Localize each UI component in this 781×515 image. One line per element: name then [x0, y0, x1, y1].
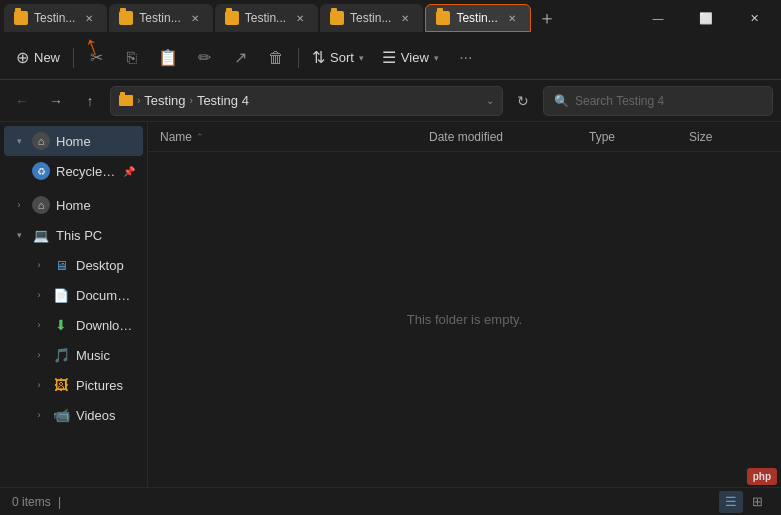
sidebar-item-videos[interactable]: › 📹 Videos: [4, 400, 143, 430]
new-tab-button[interactable]: ＋: [533, 4, 561, 32]
view-button[interactable]: ☰ View ▾: [374, 43, 447, 72]
tab-2[interactable]: Testin... ✕: [109, 4, 212, 32]
new-button[interactable]: ⊕ New: [8, 43, 68, 72]
tab-label-2: Testin...: [139, 11, 180, 25]
tab-close-2[interactable]: ✕: [187, 10, 203, 26]
share-button[interactable]: ↗: [223, 42, 257, 74]
col-name-label: Name: [160, 130, 192, 144]
view-icon: ☰: [382, 48, 396, 67]
sidebar-desktop-label: Desktop: [76, 258, 135, 273]
sidebar-item-music[interactable]: › 🎵 Music: [4, 340, 143, 370]
col-date-label: Date modified: [429, 130, 503, 144]
folder-icon-tab3: [225, 11, 239, 25]
search-icon: 🔍: [554, 94, 569, 108]
view-toggle-buttons: ☰ ⊞: [719, 491, 769, 513]
status-items-text: 0 items |: [12, 495, 711, 509]
close-button[interactable]: ✕: [731, 4, 777, 32]
path-chevron-2: ›: [190, 95, 193, 106]
items-count: 0 items: [12, 495, 51, 509]
main-area: ▾ ⌂ Home ♻ Recycle Bin 📌 › ⌂ Home ▾ 💻 Th…: [0, 122, 781, 487]
view-chevron-icon: ▾: [434, 53, 439, 63]
music-chevron-icon: ›: [32, 348, 46, 362]
more-icon: ···: [459, 49, 472, 67]
title-bar: Testin... ✕ Testin... ✕ Testin... ✕ Test…: [0, 0, 781, 36]
tab-close-1[interactable]: ✕: [81, 10, 97, 26]
downloads-icon: ⬇: [52, 316, 70, 334]
php-watermark: php: [747, 468, 777, 485]
address-bar: ← → ↑ › Testing › Testing 4 ⌄ ↻ 🔍 Search…: [0, 80, 781, 122]
home-icon: ⌂: [32, 132, 50, 150]
sidebar-documents-label: Documents: [76, 288, 135, 303]
sort-chevron-icon: ▾: [359, 53, 364, 63]
sidebar-downloads-label: Downloads: [76, 318, 135, 333]
folder-icon-tab1: [14, 11, 28, 25]
this-pc-icon: 💻: [32, 226, 50, 244]
documents-chevron-icon: ›: [32, 288, 46, 302]
details-view-button[interactable]: ☰: [719, 491, 743, 513]
grid-view-button[interactable]: ⊞: [745, 491, 769, 513]
tab-close-5[interactable]: ✕: [504, 10, 520, 26]
maximize-button[interactable]: ⬜: [683, 4, 729, 32]
downloads-chevron-icon: ›: [32, 318, 46, 332]
path-dropdown-icon[interactable]: ⌄: [486, 95, 494, 106]
cut-button[interactable]: ✂: [79, 42, 113, 74]
refresh-button[interactable]: ↻: [509, 87, 537, 115]
rename-button[interactable]: ✏: [187, 42, 221, 74]
path-segment-testing: Testing: [144, 93, 185, 108]
paste-button[interactable]: 📋: [151, 42, 185, 74]
folder-icon-tab2: [119, 11, 133, 25]
sort-button[interactable]: ⇅ Sort ▾: [304, 43, 372, 72]
tab-4[interactable]: Testin... ✕: [320, 4, 423, 32]
col-header-type[interactable]: Type: [589, 130, 689, 144]
home2-icon: ⌂: [32, 196, 50, 214]
tab-1[interactable]: Testin... ✕: [4, 4, 107, 32]
sidebar-pictures-label: Pictures: [76, 378, 135, 393]
status-bar: 0 items | ☰ ⊞: [0, 487, 781, 515]
sidebar-item-downloads[interactable]: › ⬇ Downloads: [4, 310, 143, 340]
col-header-name[interactable]: Name ⌃: [160, 130, 429, 144]
more-options-button[interactable]: ···: [449, 42, 483, 74]
toolbar-separator-2: [298, 48, 299, 68]
delete-button[interactable]: 🗑: [259, 42, 293, 74]
sidebar-item-documents[interactable]: › 📄 Documents: [4, 280, 143, 310]
window-controls: — ⬜ ✕: [635, 4, 777, 32]
sidebar-item-recycle-bin[interactable]: ♻ Recycle Bin 📌: [4, 156, 143, 186]
sort-label: Sort: [330, 50, 354, 65]
tab-5[interactable]: Testin... ✕: [425, 4, 530, 32]
sidebar-item-this-pc[interactable]: ▾ 💻 This PC: [4, 220, 143, 250]
tab-label-5: Testin...: [456, 11, 497, 25]
tab-label-4: Testin...: [350, 11, 391, 25]
tab-3[interactable]: Testin... ✕: [215, 4, 318, 32]
up-button[interactable]: ↑: [76, 87, 104, 115]
sidebar-item-pictures[interactable]: › 🖼 Pictures: [4, 370, 143, 400]
sidebar-home-label: Home: [56, 134, 135, 149]
new-icon: ⊕: [16, 48, 29, 67]
sidebar-this-pc-label: This PC: [56, 228, 135, 243]
sidebar-item-home-expanded[interactable]: ▾ ⌂ Home: [4, 126, 143, 156]
sort-arrow-icon: ⌃: [196, 132, 204, 142]
desktop-icon: 🖥: [52, 256, 70, 274]
minimize-button[interactable]: —: [635, 4, 681, 32]
path-chevron-1: ›: [137, 95, 140, 106]
sidebar-item-desktop[interactable]: › 🖥 Desktop: [4, 250, 143, 280]
tab-close-4[interactable]: ✕: [397, 10, 413, 26]
sidebar-section-home: ▾ ⌂ Home ♻ Recycle Bin 📌: [0, 126, 147, 186]
toolbar: ⊕ New ✂ ⎘ 📋 ✏ ↗ 🗑 ⇅ Sort ▾ ☰ View ▾ ···: [0, 36, 781, 80]
home-chevron-icon: ▾: [12, 134, 26, 148]
col-header-size[interactable]: Size: [689, 130, 769, 144]
sidebar-music-label: Music: [76, 348, 135, 363]
back-button[interactable]: ←: [8, 87, 36, 115]
path-segment-testing4: Testing 4: [197, 93, 249, 108]
sidebar: ▾ ⌂ Home ♻ Recycle Bin 📌 › ⌂ Home ▾ 💻 Th…: [0, 122, 148, 487]
file-header: Name ⌃ Date modified Type Size: [148, 122, 781, 152]
col-header-date[interactable]: Date modified: [429, 130, 589, 144]
tab-close-3[interactable]: ✕: [292, 10, 308, 26]
path-bar[interactable]: › Testing › Testing 4 ⌄: [110, 86, 503, 116]
search-box[interactable]: 🔍 Search Testing 4: [543, 86, 773, 116]
recycle-pin-icon: 📌: [123, 166, 135, 177]
toolbar-separator-1: [73, 48, 74, 68]
copy-button[interactable]: ⎘: [115, 42, 149, 74]
sidebar-videos-label: Videos: [76, 408, 135, 423]
sidebar-item-home2[interactable]: › ⌂ Home: [4, 190, 143, 220]
forward-button[interactable]: →: [42, 87, 70, 115]
